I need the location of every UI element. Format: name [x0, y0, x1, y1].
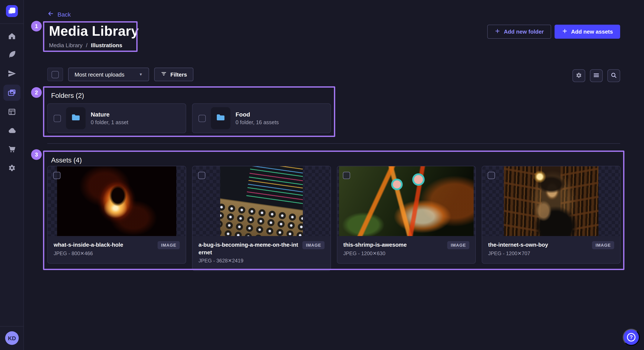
asset-title: what-s-inside-a-black-hole [54, 241, 123, 249]
back-label: Back [58, 11, 71, 18]
asset-footer: what-s-inside-a-black-hole JPEG - 800✕46… [48, 236, 186, 263]
folder-card-nature[interactable]: Nature 0 folder, 1 asset [47, 103, 186, 133]
breadcrumb-parent[interactable]: Media Library [49, 42, 83, 48]
sidebar-item-content-manager[interactable] [4, 46, 20, 62]
list-icon [593, 72, 600, 80]
gear-icon [576, 72, 582, 80]
asset-meta: JPEG - 1200✕630 [343, 250, 407, 256]
folder-tile [66, 107, 86, 129]
folder-checkbox[interactable] [54, 115, 61, 122]
asset-checkbox[interactable] [488, 172, 495, 179]
folder-text: Nature 0 folder, 1 asset [91, 111, 128, 126]
add-new-folder-button[interactable]: Add new folder [487, 25, 551, 39]
sidebar: KD [0, 0, 24, 350]
view-options [572, 69, 620, 82]
add-new-assets-label: Add new assets [571, 28, 613, 35]
asset-type-badge: IMAGE [158, 241, 180, 249]
avatar[interactable]: KD [5, 331, 19, 345]
strapi-logo[interactable] [6, 5, 18, 17]
asset-title: this-shrimp-is-awesome [343, 241, 407, 249]
chevron-down-icon: ▼ [139, 72, 143, 77]
filters-button[interactable]: Filters [154, 68, 193, 81]
paper-plane-icon [8, 69, 16, 78]
folders-heading: Folders (2) [51, 92, 84, 100]
sidebar-item-content-type-builder[interactable] [4, 104, 20, 120]
list-view-button[interactable] [590, 69, 603, 82]
assets-heading: Assets (4) [51, 157, 82, 164]
sidebar-divider [0, 23, 24, 24]
asset-checkbox[interactable] [343, 172, 350, 179]
sidebar-item-home[interactable] [4, 28, 20, 44]
search-icon [610, 72, 617, 80]
asset-checkbox[interactable] [198, 172, 205, 179]
asset-meta: JPEG - 800✕466 [54, 250, 123, 256]
media-library-app: KD Back Media Library Media Library / Il… [0, 0, 644, 350]
section-divider [47, 143, 620, 144]
help-button[interactable]: ? [623, 329, 640, 346]
filters-label: Filters [170, 71, 187, 78]
breadcrumb: Media Library / Illustrations [49, 42, 122, 48]
folder-tile [211, 107, 230, 129]
laptop-art [220, 166, 303, 236]
sidebar-item-media-library[interactable] [4, 85, 20, 101]
back-link[interactable]: Back [47, 10, 71, 18]
asset-card-shrimp[interactable]: this-shrimp-is-awesome JPEG - 1200✕630 I… [337, 166, 476, 263]
sort-select[interactable]: Most recent uploads ▼ [68, 68, 149, 81]
asset-type-badge: IMAGE [302, 241, 324, 249]
select-all-checkbox[interactable] [52, 71, 59, 78]
folder-name: Food [236, 111, 279, 118]
feather-icon [8, 50, 16, 59]
sidebar-item-settings[interactable] [4, 160, 20, 176]
asset-thumbnail-library [504, 166, 598, 236]
header-actions: Add new folder Add new assets [487, 25, 620, 39]
asset-title: the-internet-s-own-boy [488, 241, 548, 249]
asset-checkbox[interactable] [53, 172, 60, 179]
sidebar-item-cloud[interactable] [4, 123, 20, 139]
asset-title: a-bug-is-becoming-a-meme-on-the-internet [198, 241, 298, 256]
sort-select-value: Most recent uploads [74, 71, 124, 78]
breadcrumb-current: Illustrations [91, 42, 122, 48]
back-arrow-icon [47, 10, 54, 18]
sidebar-item-releases[interactable] [4, 65, 20, 82]
asset-media [192, 166, 330, 236]
add-new-folder-label: Add new folder [504, 28, 544, 35]
cloud-icon [8, 126, 16, 135]
plus-icon [494, 28, 500, 35]
folder-card-food[interactable]: Food 0 folder, 16 assets [192, 103, 331, 133]
sidebar-item-marketplace[interactable] [4, 141, 20, 157]
asset-text: what-s-inside-a-black-hole JPEG - 800✕46… [54, 241, 123, 256]
folder-text: Food 0 folder, 16 assets [236, 111, 279, 126]
add-new-assets-button[interactable]: Add new assets [554, 25, 620, 39]
help-icon: ? [627, 333, 636, 342]
folder-list: Nature 0 folder, 1 asset Food 0 folder, … [47, 103, 331, 133]
asset-media [337, 166, 475, 236]
folder-icon [216, 112, 226, 124]
asset-thumbnail-black-hole [57, 166, 176, 236]
search-button[interactable] [607, 69, 620, 82]
asset-media [48, 166, 186, 236]
breadcrumb-separator: / [86, 42, 88, 48]
asset-text: a-bug-is-becoming-a-meme-on-the-internet… [198, 241, 298, 264]
asset-thumbnail-laptop-code [220, 166, 303, 236]
folder-meta: 0 folder, 16 assets [236, 120, 279, 126]
asset-card-black-hole[interactable]: what-s-inside-a-black-hole JPEG - 800✕46… [47, 166, 186, 263]
main-content: Back Media Library Media Library / Illus… [24, 0, 644, 350]
asset-media [482, 166, 620, 236]
asset-card-internets-own-boy[interactable]: the-internet-s-own-boy JPEG - 1200✕707 I… [482, 166, 620, 263]
asset-grid: what-s-inside-a-black-hole JPEG - 800✕46… [47, 166, 620, 271]
asset-type-badge: IMAGE [592, 241, 614, 249]
asset-meta: JPEG - 3628✕2419 [198, 258, 298, 264]
asset-footer: this-shrimp-is-awesome JPEG - 1200✕630 I… [337, 236, 475, 263]
layout-icon [8, 108, 16, 116]
asset-type-badge: IMAGE [447, 241, 469, 249]
strapi-logo-shape [10, 8, 15, 13]
folder-checkbox[interactable] [198, 115, 206, 122]
annotation-marker-1: 1 [31, 21, 42, 31]
annotation-marker-2: 2 [31, 87, 42, 98]
select-all-container [47, 68, 63, 81]
configure-view-button[interactable] [572, 69, 585, 82]
asset-card-bug-meme[interactable]: a-bug-is-becoming-a-meme-on-the-internet… [192, 166, 331, 271]
gear-icon [8, 164, 16, 172]
asset-text: the-internet-s-own-boy JPEG - 1200✕707 [488, 241, 548, 256]
folder-name: Nature [91, 111, 128, 118]
